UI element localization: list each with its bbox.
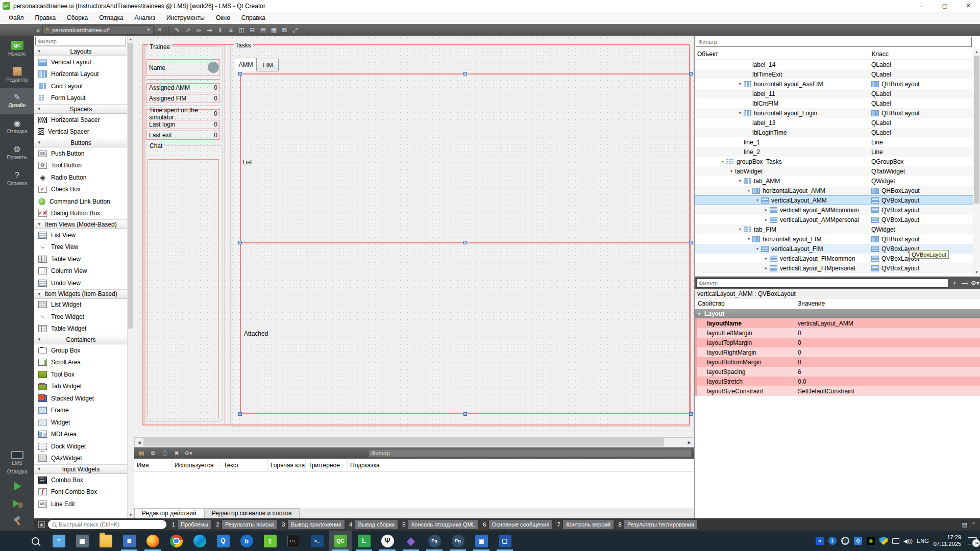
widgetbox-item[interactable]: List View — [34, 229, 128, 241]
sidebar-mode-help[interactable]: ?Справка — [0, 166, 34, 192]
scrollbar-thumb[interactable] — [974, 56, 979, 204]
column-property[interactable]: Свойство — [695, 300, 794, 307]
action-filter-input[interactable] — [369, 449, 692, 457]
edit-buddies-icon[interactable]: ∞ — [193, 25, 204, 35]
android-emulator-taskbar-button[interactable]: ▯ — [258, 531, 282, 551]
widgetbox-item[interactable]: Group Box — [34, 344, 128, 357]
widgetbox-item[interactable]: Frame — [34, 405, 128, 417]
chevron-down-icon[interactable]: ▾ — [719, 159, 726, 164]
tree-row[interactable]: label_14QLabel — [695, 60, 973, 69]
widgetbox-item[interactable]: AB]Line Edit — [34, 498, 128, 510]
panel-layout-icon[interactable]: ▤ — [962, 521, 967, 528]
adjust-size-icon[interactable]: ⤢ — [290, 25, 301, 35]
chevron-down-icon[interactable]: ▾ — [754, 198, 761, 203]
chevron-down-icon[interactable]: ▾ — [737, 227, 744, 232]
bluetooth-icon[interactable]: ᛒ — [828, 537, 837, 545]
sidebar-mode-debug[interactable]: ◉Отладка — [0, 114, 34, 140]
output-panel-button-2[interactable]: 2Результаты поиска — [214, 520, 277, 529]
widgetbox-section-5[interactable]: ▼Containers — [34, 335, 128, 344]
action-column-1[interactable]: Используется — [172, 459, 221, 471]
widgetbox-section-1[interactable]: ▼Spacers — [34, 104, 128, 114]
selection-handle[interactable] — [689, 412, 693, 416]
volume-icon[interactable]: ◀))) — [904, 537, 912, 545]
widgetbox-item[interactable]: Horizontal Layout — [34, 68, 128, 81]
selection-handle[interactable] — [689, 72, 693, 76]
new-action-icon[interactable]: ▤ — [137, 449, 146, 458]
tree-row[interactable]: lblCntFIMQLabel — [695, 98, 973, 108]
sidebar-mode-welcome[interactable]: QCНачало — [0, 36, 34, 62]
widgetbox-item[interactable]: Undo View — [34, 277, 128, 289]
action-table-body[interactable] — [134, 472, 694, 508]
widgetbox-item[interactable]: List Widget — [34, 299, 128, 311]
widgetbox-item[interactable]: →Command Link Button — [34, 195, 128, 208]
widgetbox-scrollbar[interactable]: ▲ ▼ — [127, 36, 134, 518]
widgetbox-filter-input[interactable] — [35, 37, 126, 45]
widgetbox-item[interactable]: Stacked Widget — [34, 392, 128, 405]
output-panel-button-8[interactable]: 8Результаты тестирования — [616, 520, 697, 529]
chevron-right-icon[interactable]: ▸ — [763, 256, 770, 261]
layout-form-icon[interactable]: ▤ — [258, 25, 268, 35]
selection-handle[interactable] — [463, 241, 467, 244]
notification-icon[interactable]: 14 — [968, 537, 977, 544]
column-class[interactable]: Класс — [869, 51, 973, 58]
widgetbox-item[interactable]: ⚙Tool Button — [34, 160, 128, 172]
minimize-button[interactable]: – — [910, 0, 933, 12]
steam-icon[interactable] — [841, 537, 849, 545]
network-icon[interactable] — [892, 538, 899, 544]
selection-handle[interactable] — [238, 72, 242, 76]
search-taskbar-button[interactable] — [23, 531, 47, 551]
property-section-layout[interactable]: ▼ Layout — [695, 309, 980, 318]
selection-handle[interactable] — [689, 241, 693, 244]
add-property-icon[interactable]: ＋ — [950, 279, 959, 287]
tree-row[interactable]: ▾horizontalLayout_AssFIMQHBoxLayout — [695, 79, 973, 89]
build-config-label[interactable]: Отладка — [7, 469, 28, 474]
menu-item-6[interactable]: Окно — [210, 12, 236, 23]
layout-splitter-horizontal-icon[interactable]: ◫ — [236, 25, 247, 35]
selection-handle[interactable] — [463, 412, 467, 416]
widgetbox-item[interactable]: Tool Box — [34, 368, 128, 381]
widgetbox-item[interactable]: ◉Radio Button — [34, 171, 128, 184]
menu-item-5[interactable]: Инструменты — [161, 12, 210, 23]
object-tree-filter-input[interactable] — [696, 37, 972, 47]
scrollbar-thumb[interactable] — [143, 438, 664, 446]
widgetbox-item[interactable]: ✔Check Box — [34, 184, 128, 196]
tree-row[interactable]: ▾verticalLayout_AMMQVBoxLayout — [695, 195, 973, 205]
layout-grid-icon[interactable]: ▦ — [268, 25, 279, 35]
widgetbox-item[interactable]: ⤷Tree View — [34, 241, 128, 254]
menu-item-2[interactable]: Сборка — [61, 12, 93, 23]
output-panel-button-3[interactable]: 3Вывод приложения — [280, 520, 345, 529]
widgetbox-item[interactable]: Combo Box — [34, 474, 128, 486]
badge-n-icon[interactable]: n — [816, 537, 824, 545]
scroll-left-icon[interactable]: ◀ — [135, 438, 143, 447]
chevron-right-icon[interactable]: ▸ — [763, 208, 770, 212]
widgetbox-item[interactable]: fFont Combo Box — [34, 486, 128, 498]
widgetbox-item[interactable]: Table View — [34, 253, 128, 265]
menu-item-0[interactable]: Файл — [3, 12, 30, 23]
trainee-time-row[interactable]: Last login0 — [146, 120, 220, 129]
chevron-down-icon[interactable]: ▾ — [737, 111, 744, 115]
widgetbox-section-3[interactable]: ▼Item Views (Model-Based) — [34, 219, 128, 229]
output-panel-button-5[interactable]: 5Консоль отладчика QML — [400, 520, 478, 529]
database-tool-taskbar-button[interactable]: ▤ — [117, 531, 141, 551]
widgetbox-item[interactable]: QAxWidget — [34, 453, 128, 465]
widgetbox-item[interactable]: MDI Area — [34, 429, 128, 441]
tree-row[interactable]: ▾tabWidgetQTabWidget — [695, 166, 973, 176]
edge-taskbar-button[interactable] — [188, 531, 211, 551]
fork-git-taskbar-button[interactable]: Ψ — [376, 531, 399, 551]
action-column-3[interactable]: Горячая клавиши — [268, 459, 306, 471]
property-row[interactable]: layoutNameverticalLayout_AMM — [695, 318, 980, 328]
tree-row[interactable]: lblTimeExitQLabel — [695, 69, 973, 79]
pgadmin-taskbar-button[interactable]: Pg — [423, 531, 446, 551]
sidebar-mode-design[interactable]: ✎Дизайн — [0, 88, 34, 114]
design-canvas[interactable]: Trainee Name Assigned AMM0Assigned FIM0 … — [134, 36, 694, 437]
sidebar-mode-projects[interactable]: ⚙Проекты — [0, 140, 34, 166]
object-tree-scrollbar[interactable]: ▲ ▼ — [973, 48, 980, 276]
paste-action-icon[interactable]: 📋︎ — [160, 449, 169, 458]
tree-row[interactable]: ▸verticalLayout_FIMpersonalQVBoxLayout — [695, 263, 973, 273]
chevron-right-icon[interactable]: ▸ — [763, 217, 770, 222]
edit-tab-order-icon[interactable]: ⇥ — [204, 25, 215, 35]
close-button[interactable]: ✕ — [957, 0, 980, 12]
tree-row[interactable]: ▾tab_AMMQWidget — [695, 176, 973, 186]
chevron-right-icon[interactable]: ▸ — [763, 266, 770, 270]
chevron-down-icon[interactable]: ▾ — [745, 188, 752, 193]
